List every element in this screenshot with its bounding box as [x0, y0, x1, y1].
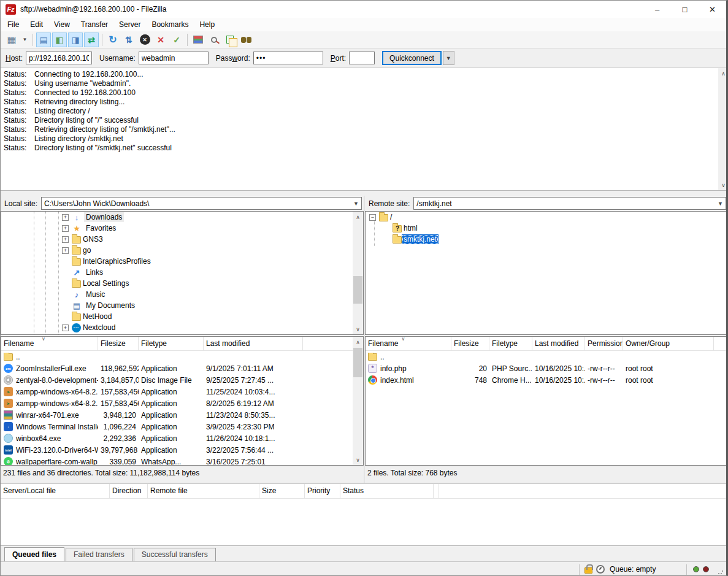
remote-site-combo[interactable]: /smktkj.net ▼	[413, 197, 726, 210]
remote-file-row[interactable]: *info.php20PHP Sourc...10/16/2025 10:...…	[366, 363, 727, 374]
scroll-thumb[interactable]	[353, 348, 362, 377]
queue-column-priority[interactable]: Priority	[305, 484, 340, 498]
local-tree-scrollbar[interactable]: ∧ ∨	[353, 212, 363, 334]
maximize-button[interactable]: □	[671, 1, 699, 18]
toggle-local-tree-button[interactable]: ◧	[52, 33, 67, 47]
expander-icon[interactable]: +	[62, 225, 69, 232]
menu-item-transfer[interactable]: Transfer	[75, 19, 113, 30]
site-manager-dropdown-button[interactable]: ▼	[20, 33, 29, 47]
local-file-row[interactable]: ➤xampp-windows-x64-8.2....157,583,456App…	[1, 397, 363, 409]
menu-item-server[interactable]: Server	[113, 19, 146, 30]
column-header-last-modified[interactable]: Last modified	[532, 337, 585, 350]
filename-filters-button[interactable]	[207, 33, 221, 47]
remote-file-row[interactable]: index.html748Chrome H...10/16/2025 10:..…	[366, 374, 727, 386]
directory-comparison-button[interactable]	[191, 33, 205, 47]
menu-item-file[interactable]: File	[2, 19, 25, 30]
refresh-button[interactable]: ↻	[105, 33, 120, 47]
reconnect-button[interactable]: ✓	[169, 33, 184, 47]
toggle-message-log-button[interactable]: ▤	[36, 33, 51, 47]
column-header-filesize[interactable]: Filesize	[98, 337, 139, 350]
disconnect-button[interactable]: ✕	[153, 33, 168, 47]
queue-column-remote-file[interactable]: Remote file	[148, 484, 259, 498]
tree-item-gns3[interactable]: +GNS3	[1, 234, 363, 245]
tree-item-links[interactable]: ↗Links	[1, 267, 363, 278]
tree-item-go[interactable]: +go	[1, 245, 363, 256]
local-file-row[interactable]: intelWiFi-23.120.0-Driver64-Wi...39,797,…	[1, 444, 363, 456]
column-header-filename[interactable]: ∨Filename	[1, 337, 98, 350]
scroll-down-icon[interactable]: ∨	[718, 180, 728, 190]
local-file-row[interactable]: winbox64.exe2,292,336Application11/26/20…	[1, 432, 363, 444]
local-file-row[interactable]: ✆wallpaperflare-com-wallp...339,059Whats…	[1, 456, 363, 466]
minimize-button[interactable]: –	[643, 1, 671, 18]
toggle-remote-tree-button[interactable]: ◨	[68, 33, 83, 47]
local-file-row[interactable]: ↓Windows Terminal Installe...1,096,224Ap…	[1, 421, 363, 432]
tree-item-local-settings[interactable]: Local Settings	[1, 278, 363, 289]
chevron-down-icon[interactable]: ▼	[353, 201, 359, 207]
message-log-scrollbar[interactable]: ∧ ∨	[718, 68, 728, 190]
resize-grip[interactable]	[718, 569, 724, 575]
tree-item-music[interactable]: ♪Music	[1, 289, 363, 300]
expander-icon[interactable]: +	[62, 324, 69, 331]
scroll-up-icon[interactable]: ∧	[353, 337, 363, 347]
port-input[interactable]	[349, 52, 375, 64]
column-header-permissions[interactable]: Permissions	[585, 337, 623, 350]
scroll-down-icon[interactable]: ∨	[353, 455, 363, 465]
expander-icon[interactable]: +	[62, 247, 69, 254]
username-input[interactable]	[139, 52, 209, 64]
expander-icon[interactable]: +	[62, 214, 69, 221]
queue-column-size[interactable]: Size	[259, 484, 305, 498]
expander-icon[interactable]: +	[62, 236, 69, 243]
queue-column-direction[interactable]: Direction	[110, 484, 148, 498]
scroll-thumb[interactable]	[353, 276, 362, 304]
local-site-combo[interactable]: C:\Users\John Wick\Downloads\ ▼	[41, 197, 362, 210]
tree-item-root[interactable]: −/	[366, 212, 727, 223]
column-header-filename[interactable]: ∨Filename	[366, 337, 451, 350]
local-file-row[interactable]: zentyal-8.0-development-...3,184,857,0..…	[1, 374, 363, 386]
tree-item-my-documents[interactable]: ▤My Documents	[1, 300, 363, 311]
host-input[interactable]	[26, 52, 92, 64]
tree-item-smktkj.net[interactable]: smktkj.net	[366, 234, 727, 245]
cancel-button[interactable]: ✕	[137, 33, 152, 47]
menu-item-bookmarks[interactable]: Bookmarks	[146, 19, 194, 30]
speed-limits-icon[interactable]	[596, 565, 605, 574]
local-file-row[interactable]: ..	[1, 351, 363, 363]
tree-item-html[interactable]: html	[366, 223, 727, 234]
chevron-down-icon[interactable]: ▼	[718, 201, 723, 207]
local-file-row[interactable]: winrar-x64-701.exe3,948,120Application11…	[1, 409, 363, 421]
close-button[interactable]: ✕	[699, 1, 726, 18]
menu-item-help[interactable]: Help	[194, 19, 220, 30]
column-header-owner-group[interactable]: Owner/Group	[623, 337, 714, 350]
quickconnect-dropdown[interactable]: ▼	[443, 51, 454, 65]
local-file-row[interactable]: zmZoomInstallerFull.exe118,962,592Applic…	[1, 363, 363, 374]
tree-item-nextcloud[interactable]: +•••Nextcloud	[1, 322, 363, 333]
column-header-last-modified[interactable]: Last modified	[204, 337, 303, 350]
menu-item-edit[interactable]: Edit	[25, 19, 48, 30]
scroll-up-icon[interactable]: ∧	[353, 212, 363, 222]
tree-item-nethood[interactable]: NetHood	[1, 311, 363, 322]
column-header-filetype[interactable]: Filetype	[489, 337, 532, 350]
password-input[interactable]	[253, 52, 323, 64]
site-manager-button[interactable]: ▦	[4, 33, 19, 47]
tree-item-downloads[interactable]: +↓Downloads	[1, 212, 363, 223]
toggle-transfer-queue-button[interactable]: ⇄	[84, 33, 99, 47]
quickconnect-button[interactable]: Quickconnect	[382, 51, 442, 65]
tree-item-intelgraphicsprofiles[interactable]: IntelGraphicsProfiles	[1, 256, 363, 267]
expander-icon[interactable]: −	[369, 214, 376, 221]
local-file-row[interactable]: ➤xampp-windows-x64-8.2....157,583,456App…	[1, 386, 363, 397]
scroll-up-icon[interactable]: ∧	[718, 68, 728, 79]
scroll-down-icon[interactable]: ∨	[353, 324, 363, 334]
remote-file-row[interactable]: ..	[366, 351, 727, 363]
synchronized-browsing-button[interactable]	[223, 33, 237, 47]
process-queue-button[interactable]: ⇅	[121, 33, 136, 47]
tab-failed-transfers[interactable]: Failed transfers	[66, 548, 132, 561]
menu-item-view[interactable]: View	[48, 19, 75, 30]
column-header-filetype[interactable]: Filetype	[139, 337, 204, 350]
tree-item-favorites[interactable]: +★Favorites	[1, 223, 363, 234]
find-files-button[interactable]	[239, 33, 253, 47]
queue-column-server-local-file[interactable]: Server/Local file	[1, 484, 110, 498]
tab-queued-files[interactable]: Queued files	[4, 547, 64, 561]
queue-column-status[interactable]: Status	[340, 484, 434, 498]
local-list-scrollbar[interactable]: ∧ ∨	[353, 337, 363, 465]
column-header-filesize[interactable]: Filesize	[451, 337, 489, 350]
tab-successful-transfers[interactable]: Successful transfers	[134, 548, 216, 561]
